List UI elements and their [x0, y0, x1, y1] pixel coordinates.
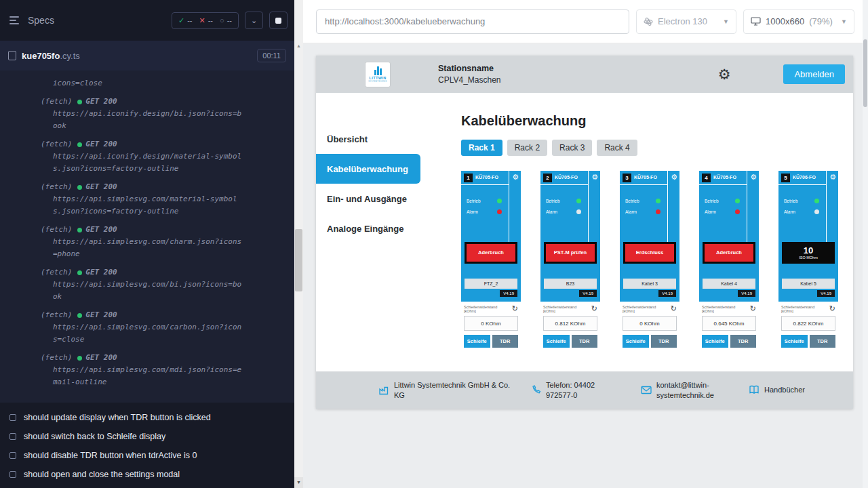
status-alarm-display: Erdschluss: [625, 244, 674, 262]
stat-pending: ○--: [220, 16, 232, 24]
collapse-button[interactable]: ⌄: [245, 12, 263, 29]
cable-name: B23: [544, 279, 597, 289]
measurement-value: 0 KOhm: [623, 316, 677, 331]
sidebar-item-analoge-eingaenge[interactable]: Analoge Eingänge: [316, 214, 433, 243]
tdr-button[interactable]: TDR: [810, 335, 836, 348]
test-item[interactable]: should switch back to Schleife display: [0, 427, 294, 446]
factory-icon: [378, 385, 389, 395]
status-display: 10 ISO MOhm: [782, 242, 835, 264]
tdr-button[interactable]: TDR: [730, 335, 757, 348]
tab-rack-2[interactable]: Rack 2: [507, 140, 547, 156]
card-gear-icon[interactable]: ⚙: [750, 173, 757, 182]
tab-rack-4[interactable]: Rack 4: [597, 140, 637, 156]
request-url: https://api.simplesvg.com/mdi.json?icons…: [41, 364, 244, 388]
test-title: should switch back to Schleife display: [24, 432, 165, 441]
tab-rack-3[interactable]: Rack 3: [552, 140, 592, 156]
sidebar-item-uebersicht[interactable]: Übersicht: [316, 124, 433, 154]
device-model: KÜ705-FO: [634, 175, 657, 180]
refresh-icon[interactable]: ↻: [750, 305, 756, 312]
device-model: KÜ705-FO: [475, 175, 498, 180]
test-item[interactable]: should disable TDR button when tdrActive…: [0, 446, 294, 465]
cypress-reporter-panel: Specs ✓-- ✕-- ○-- ⌄ kue705fo.cy.ts 00:11…: [0, 0, 294, 488]
test-box-icon: [9, 452, 16, 459]
spec-name: kue705fo.cy.ts: [22, 51, 80, 61]
measurement-label: Schleifenwiderstand [kOhm]: [623, 305, 662, 313]
x-icon: ✕: [199, 16, 205, 25]
card-gear-icon[interactable]: ⚙: [671, 173, 677, 182]
betrieb-label: Betrieb: [705, 199, 719, 203]
device-card: 3 KÜ705-FO ⚙ Betrieb Alarm Erdschluss Ka…: [620, 171, 679, 374]
refresh-icon[interactable]: ↻: [512, 305, 518, 312]
reporter-scrollbar[interactable]: ▲ ▼: [294, 0, 303, 488]
device-card: 5 KÜ706-FO ⚙ Betrieb Alarm 10 ISO MOhm K…: [778, 171, 838, 374]
spec-row[interactable]: kue705fo.cy.ts 00:11: [0, 41, 294, 70]
page-scrollbar[interactable]: [863, 0, 868, 488]
scroll-up-icon[interactable]: ▲: [294, 43, 303, 48]
app-footer: Littwin Systemtechnik GmbH & Co. KG Tele…: [316, 371, 853, 409]
stop-button[interactable]: [269, 12, 288, 29]
tdr-button[interactable]: TDR: [492, 335, 519, 348]
status-alarm-display: Aderbruch: [705, 244, 753, 262]
schleife-button[interactable]: Schleife: [543, 335, 570, 348]
spec-file-icon: [8, 51, 16, 60]
card-gear-icon[interactable]: ⚙: [512, 173, 519, 182]
reporter-header: Specs ✓-- ✕-- ○-- ⌄: [0, 0, 294, 41]
http-status: GET 200: [85, 352, 117, 364]
sidebar-item-ein-und-ausgaenge[interactable]: Ein- und Ausgänge: [316, 184, 433, 214]
viewport-select[interactable]: 1000x660 (79%) ▼: [743, 9, 854, 34]
rack-tabs: Rack 1 Rack 2 Rack 3 Rack 4: [461, 140, 853, 156]
status-display: PST-M prüfen: [544, 242, 597, 264]
card-gear-icon[interactable]: ⚙: [829, 173, 836, 182]
schleife-button[interactable]: Schleife: [464, 335, 490, 348]
stat-failed: ✕--: [199, 16, 213, 25]
measurement-value: 0.812 KOhm: [543, 316, 597, 331]
circle-icon: ○: [220, 16, 224, 24]
request-url: icons=close: [41, 77, 244, 89]
schleife-button[interactable]: Schleife: [781, 335, 808, 348]
log-entry: (fetch) GET 200 https://api.simplesvg.co…: [0, 352, 294, 388]
measurement-label: Schleifenwiderstand [kOhm]: [702, 305, 741, 313]
request-url: https://api.simplesvg.com/charm.json?ico…: [41, 236, 244, 260]
measurement-section: Schleifenwiderstand [kOhm] ↻ 0 KOhm Schl…: [461, 302, 521, 374]
refresh-icon[interactable]: ↻: [591, 305, 597, 312]
reporter-scroll-thumb[interactable]: [295, 229, 302, 291]
browser-select[interactable]: Electron 130 ▼: [636, 9, 736, 34]
fetch-label: (fetch): [41, 266, 72, 279]
betrieb-row: Betrieb: [546, 199, 581, 203]
test-item[interactable]: should open and close the settings modal: [0, 465, 294, 484]
stop-icon: [275, 18, 281, 24]
request-url: https://api.iconify.design/material-symb…: [41, 150, 244, 175]
settings-gear-icon[interactable]: ⚙: [718, 66, 731, 83]
measurement-label: Schleifenwiderstand [kOhm]: [464, 305, 503, 313]
status-dot-icon: [77, 185, 82, 190]
page-scroll-thumb[interactable]: [863, 39, 867, 107]
monitor-icon: [751, 17, 761, 26]
refresh-icon[interactable]: ↻: [671, 305, 677, 312]
chevron-down-icon: ⌄: [251, 16, 257, 25]
refresh-icon[interactable]: ↻: [829, 305, 835, 312]
schleife-button[interactable]: Schleife: [623, 335, 649, 348]
tdr-button[interactable]: TDR: [572, 335, 598, 348]
logout-button[interactable]: Abmelden: [783, 64, 845, 84]
request-url: https://api.simplesvg.com/carbon.json?ic…: [41, 321, 244, 346]
card-gear-icon[interactable]: ⚙: [591, 173, 598, 182]
chevron-down-icon: ▼: [841, 18, 847, 25]
betrieb-led: [497, 199, 502, 203]
scroll-down-icon[interactable]: ▼: [294, 477, 303, 488]
betrieb-label: Betrieb: [546, 199, 560, 203]
schleife-button[interactable]: Schleife: [702, 335, 728, 348]
tdr-button[interactable]: TDR: [651, 335, 677, 348]
cable-name: Kabel 3: [623, 279, 676, 289]
alarm-row: Alarm: [625, 209, 660, 214]
test-item[interactable]: should update display when TDR button is…: [0, 408, 294, 427]
footer-manuals[interactable]: Handbücher: [749, 385, 805, 394]
url-input[interactable]: [316, 9, 629, 34]
specs-menu-icon[interactable]: [9, 16, 22, 25]
tab-rack-1[interactable]: Rack 1: [461, 140, 502, 156]
measurement-section: Schleifenwiderstand [kOhm] ↻ 0.645 KOhm …: [699, 302, 759, 374]
sidebar-item-kabelueberwachung[interactable]: Kabelüberwachung: [316, 154, 420, 184]
measurement-section: Schleifenwiderstand [kOhm] ↻ 0.822 KOhm …: [778, 302, 838, 374]
app-header: LITTWIN SYSTEMTECHNIK Stationsname CPLV4…: [316, 56, 853, 93]
log-entry: (fetch) GET 200 https://api.simplesvg.co…: [0, 266, 294, 303]
log-entry: (fetch) GET 200 https://api.simplesvg.co…: [0, 309, 294, 346]
